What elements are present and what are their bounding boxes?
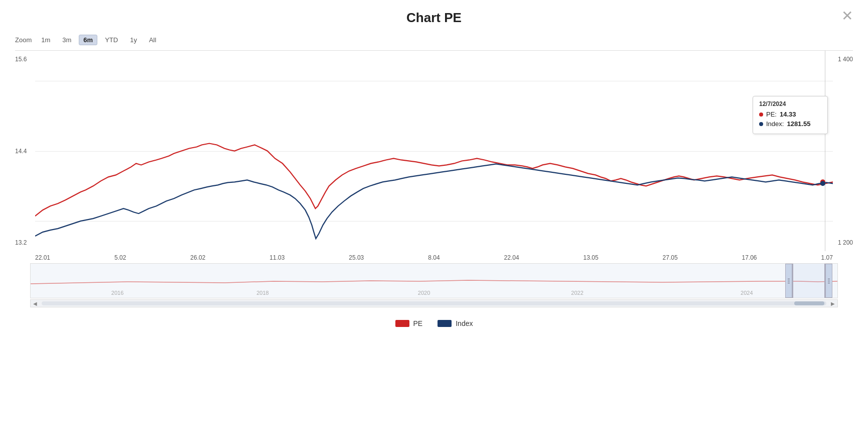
nav-handle-left-lines xyxy=(788,279,790,283)
tooltip-index-dot xyxy=(759,122,763,126)
navigator-svg xyxy=(31,264,837,298)
x-label-10: 1.07 xyxy=(821,254,833,261)
nav-handle-line xyxy=(828,281,830,281)
chart-svg xyxy=(35,51,833,251)
nav-pe-line xyxy=(31,280,837,284)
x-label-3: 11.03 xyxy=(269,254,284,261)
chart-title: Chart PE xyxy=(0,10,868,26)
y-axis-left: 15.6 14.4 13.2 xyxy=(15,51,27,251)
zoom-6m[interactable]: 6m xyxy=(79,35,97,45)
scrollbar-track[interactable] xyxy=(42,301,826,305)
zoom-bar: Zoom 1m 3m 6m YTD 1y All xyxy=(0,35,868,45)
legend: PE Index xyxy=(0,319,868,327)
x-label-9: 17.06 xyxy=(742,254,757,261)
y-label-bot: 13.2 xyxy=(15,239,27,246)
nav-handle-left[interactable] xyxy=(785,264,792,298)
index-dot xyxy=(820,181,825,186)
tooltip-pe-value: 14.33 xyxy=(780,110,796,118)
legend-index-color xyxy=(438,320,452,327)
chart-container: Chart PE ✕ Zoom 1m 3m 6m YTD 1y All 15.6… xyxy=(0,0,868,444)
tooltip-index-label: Index: xyxy=(766,120,784,128)
y-label-mid: 14.4 xyxy=(15,148,27,155)
tooltip-index-value: 1281.55 xyxy=(787,120,810,128)
scrollbar-left-arrow[interactable]: ◀ xyxy=(31,300,40,307)
zoom-label: Zoom xyxy=(15,36,32,44)
tooltip-date: 12/7/2024 xyxy=(759,100,821,107)
tooltip-index-row: Index: 1281.55 xyxy=(759,120,821,128)
legend-index: Index xyxy=(438,319,473,327)
zoom-all[interactable]: All xyxy=(144,35,161,45)
nav-label-2024: 2024 xyxy=(741,290,753,296)
legend-pe-color xyxy=(395,320,409,327)
zoom-1y[interactable]: 1y xyxy=(125,35,141,45)
tooltip-pe-label: PE: xyxy=(766,110,777,118)
x-label-5: 8.04 xyxy=(428,254,440,261)
y-label-top: 15.6 xyxy=(15,56,27,63)
tooltip-pe-dot xyxy=(759,113,763,117)
y-axis-right: 1 400 1 200 xyxy=(838,51,853,251)
x-label-4: 25.03 xyxy=(349,254,364,261)
x-label-2: 26.02 xyxy=(190,254,205,261)
nav-handle-line xyxy=(788,279,790,279)
legend-index-label: Index xyxy=(456,319,473,327)
legend-pe-label: PE xyxy=(413,319,423,327)
nav-selected-region xyxy=(792,264,825,298)
index-line xyxy=(35,164,833,239)
y-label-right-top: 1 400 xyxy=(838,56,853,63)
nav-label-2020: 2020 xyxy=(418,290,430,296)
x-label-6: 22.04 xyxy=(504,254,519,261)
main-chart: 15.6 14.4 13.2 1 400 1 200 xyxy=(15,50,853,251)
scrollbar-right-arrow[interactable]: ▶ xyxy=(828,300,837,307)
y-label-right-bot: 1 200 xyxy=(838,239,853,246)
nav-handle-right-lines xyxy=(828,279,830,283)
navigator[interactable]: 2016 2018 2020 2022 2024 xyxy=(30,263,838,298)
x-label-8: 27.05 xyxy=(663,254,678,261)
x-label-7: 13.05 xyxy=(584,254,599,261)
nav-handle-line xyxy=(788,283,790,283)
nav-handle-right[interactable] xyxy=(825,264,832,298)
legend-pe: PE xyxy=(395,319,423,327)
nav-label-2016: 2016 xyxy=(111,290,123,296)
zoom-ytd[interactable]: YTD xyxy=(100,35,122,45)
tooltip-pe-row: PE: 14.33 xyxy=(759,110,821,118)
zoom-1m[interactable]: 1m xyxy=(37,35,55,45)
nav-handle-line xyxy=(828,279,830,279)
close-button[interactable]: ✕ xyxy=(841,9,853,23)
scrollbar-thumb[interactable] xyxy=(794,301,824,305)
main-chart-area: 15.6 14.4 13.2 1 400 1 200 xyxy=(0,50,868,307)
nav-label-2022: 2022 xyxy=(571,290,583,296)
scrollbar[interactable]: ◀ ▶ xyxy=(30,299,838,307)
x-label-1: 5.02 xyxy=(114,254,126,261)
x-axis: 22.01 5.02 26.02 11.03 25.03 8.04 22.04 … xyxy=(15,251,853,261)
nav-handle-line xyxy=(788,281,790,281)
zoom-3m[interactable]: 3m xyxy=(58,35,76,45)
x-label-0: 22.01 xyxy=(35,254,50,261)
nav-label-2018: 2018 xyxy=(256,290,268,296)
nav-handle-line xyxy=(828,283,830,283)
tooltip: 12/7/2024 PE: 14.33 Index: 1281.55 xyxy=(753,96,828,134)
